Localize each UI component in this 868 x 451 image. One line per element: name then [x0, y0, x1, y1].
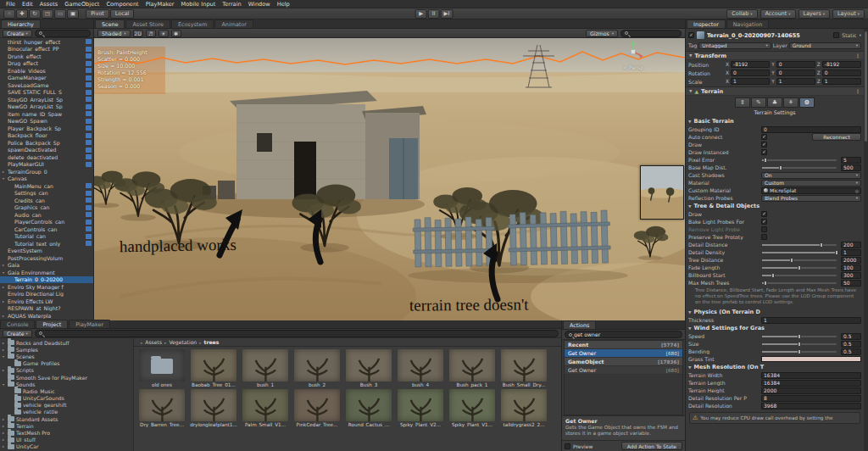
asset-item[interactable]: old ones	[137, 349, 186, 387]
checkbox[interactable]: ✓	[761, 234, 767, 240]
raise-lower-terrain-icon[interactable]: ⇕	[735, 97, 750, 108]
menu-item[interactable]: File	[3, 0, 19, 8]
effects-toggle-icon[interactable]: ✱	[171, 30, 181, 37]
value-field[interactable]: 1	[841, 249, 861, 256]
menu-item[interactable]: Terrain	[219, 0, 244, 8]
y-field[interactable]: 1	[776, 78, 815, 85]
project-folder[interactable]: vehicle_gearshift	[0, 402, 133, 409]
hierarchy-item[interactable]: Police_Backpack_Sp	[0, 139, 93, 147]
hierarchy-item[interactable]: Graphics_can	[0, 204, 93, 212]
pause-button[interactable]: II	[428, 9, 440, 19]
layout-dropdown[interactable]: Layout▾	[832, 9, 865, 19]
checkbox[interactable]: ✓	[761, 226, 767, 232]
color-swatch[interactable]	[761, 356, 861, 362]
value-field[interactable]: 200	[841, 242, 861, 248]
orientation-gizmo[interactable]: < Persp	[620, 41, 646, 70]
menu-item[interactable]: Component	[103, 0, 142, 8]
value-field[interactable]: 0.5	[841, 348, 861, 355]
hierarchy-item[interactable]: Enviro Directional Lig	[0, 291, 93, 298]
value-field[interactable]: 300	[841, 272, 861, 279]
hierarchy-search-input[interactable]	[35, 30, 91, 37]
tab-project[interactable]: Project	[36, 320, 68, 328]
terrain-settings-icon[interactable]: ⚙	[799, 97, 815, 108]
transform-component-header[interactable]: ▼Transform ⋮	[686, 51, 864, 60]
menu-item[interactable]: Window	[245, 0, 274, 8]
project-search-input[interactable]	[35, 330, 559, 337]
hierarchy-item[interactable]: Drunk_effect	[0, 53, 93, 60]
context-menu-icon[interactable]: ⋮	[855, 53, 860, 58]
dropdown[interactable]: Blend Probes▾	[761, 195, 861, 202]
value-field[interactable]: 0.5	[841, 341, 861, 348]
hierarchy-item[interactable]: PlayMakerGUI	[0, 161, 93, 169]
value-field[interactable]: 0	[761, 126, 861, 133]
tab-console[interactable]: Console	[0, 320, 35, 328]
project-create-button[interactable]: Create▾	[3, 330, 32, 337]
add-action-button[interactable]: Add Action To State	[621, 442, 682, 450]
hierarchy-item[interactable]: Terrain_0_0-20200	[0, 276, 93, 284]
hierarchy-item[interactable]: Tutorial_can	[0, 233, 93, 241]
checkbox[interactable]: ✓	[761, 134, 767, 140]
scene-viewport[interactable]: Brush: PaintHeightScatter = 0.000Size = …	[94, 38, 685, 320]
value-field[interactable]: 500	[841, 164, 861, 171]
perspective-label[interactable]: < Persp	[620, 64, 646, 70]
slider[interactable]	[762, 167, 837, 169]
slider[interactable]	[762, 343, 837, 345]
x-field[interactable]: 0	[731, 70, 770, 76]
checkbox[interactable]: ✓	[761, 211, 767, 217]
slider[interactable]	[762, 252, 837, 253]
shading-mode-dropdown[interactable]: Shaded▾	[97, 30, 131, 37]
asset-item[interactable]: PinkCedar_Tree...	[292, 389, 342, 427]
hierarchy-item[interactable]: item_name_ID_Spaw	[0, 110, 93, 118]
project-folder[interactable]: UnityCarSounds	[0, 395, 133, 402]
hierarchy-item[interactable]: Tutorial_text_only	[0, 240, 93, 248]
project-folder[interactable]: ▸ Rocks and Deadstuff	[0, 339, 133, 346]
y-field[interactable]: 0	[776, 70, 815, 76]
slider[interactable]	[762, 244, 837, 246]
hierarchy-item[interactable]: Binocular_effect_PP	[0, 46, 93, 53]
hierarchy-item[interactable]: Credits_can	[0, 197, 93, 204]
tab-ecosystem[interactable]: Ecosystem	[171, 19, 214, 28]
layer-dropdown[interactable]: Ground▾	[789, 42, 861, 49]
action-row[interactable]: Get Owner [680]	[565, 349, 682, 358]
asset-item[interactable]: Palm_Small_V1...	[241, 389, 290, 427]
asset-item[interactable]: Round_Cactus_...	[344, 389, 393, 427]
checkbox[interactable]: ✓	[761, 149, 767, 155]
rotate-tool-icon[interactable]: ↻	[29, 9, 41, 19]
value-field[interactable]: 8	[761, 395, 861, 402]
move-tool-icon[interactable]: ✚	[16, 9, 28, 19]
tag-dropdown[interactable]: Untagged▾	[698, 42, 771, 49]
slider[interactable]	[762, 282, 837, 284]
asset-item[interactable]: drylongleafplant1...	[189, 389, 238, 427]
project-folder[interactable]: ▸ Scripts	[0, 367, 133, 374]
play-button[interactable]: ▶	[415, 9, 427, 19]
asset-item[interactable]: Bush_3	[344, 349, 393, 387]
asset-item[interactable]: Spiky_Plant_V1...	[448, 389, 497, 427]
hand-tool-icon[interactable]: ☝	[3, 9, 15, 19]
tab-navigation[interactable]: Navigation	[726, 19, 769, 28]
hierarchy-item[interactable]: PlayerControls_can	[0, 219, 93, 226]
value-field[interactable]: 50	[841, 280, 861, 287]
asset-item[interactable]: Baobab_Tree_01...	[189, 349, 238, 387]
value-field[interactable]: 0.5	[841, 333, 861, 340]
hierarchy-item[interactable]: SAVE STATIC_FULL_S	[0, 89, 93, 97]
tab-hierarchy[interactable]: Hierarchy	[1, 19, 41, 28]
hierarchy-item[interactable]: Backpack_floor	[0, 132, 93, 140]
rect-tool-icon[interactable]: ▭	[54, 9, 66, 19]
menu-item[interactable]: GameObject	[61, 0, 103, 8]
hierarchy-item[interactable]: Enable_Videos	[0, 67, 93, 75]
context-menu-icon[interactable]: ⋮	[855, 88, 860, 94]
value-field[interactable]: 16384	[761, 380, 861, 387]
paint-details-icon[interactable]: ⚘	[783, 97, 798, 108]
action-row[interactable]: GameObject [17836]	[565, 358, 682, 366]
asset-item[interactable]: Bush_pack_1	[448, 349, 497, 387]
hierarchy-item[interactable]: GameManager	[0, 75, 93, 82]
hierarchy-item[interactable]: delete_deactivated	[0, 153, 93, 161]
value-field[interactable]: 16384	[761, 372, 861, 379]
project-folder[interactable]: ▸ Terrain	[0, 422, 133, 429]
pivot-toggle[interactable]: Pivot	[86, 9, 109, 19]
tab-animator[interactable]: Animator	[214, 19, 253, 28]
hierarchy-item[interactable]: ▸ Enviro Effects LW	[0, 298, 93, 305]
slider[interactable]	[762, 267, 837, 269]
slider[interactable]	[762, 159, 837, 161]
paint-texture-icon[interactable]: ✎	[751, 97, 766, 108]
